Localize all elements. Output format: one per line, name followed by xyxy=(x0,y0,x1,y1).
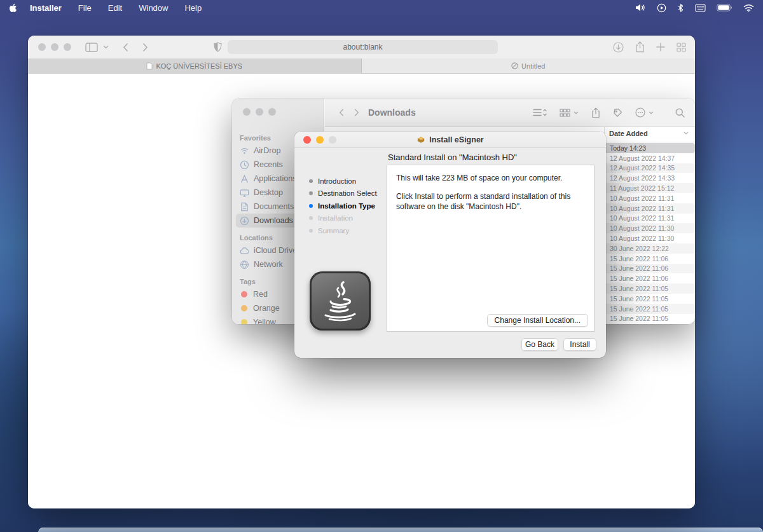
sort-direction-chevron-icon[interactable] xyxy=(684,132,689,135)
step-bullet-icon xyxy=(309,229,313,233)
tab-koc-universitesi-ebys[interactable]: KOÇ ÜNİVERSİTESİ EBYS xyxy=(28,58,362,73)
share-icon[interactable] xyxy=(635,41,645,53)
sidebar-chevron-icon[interactable] xyxy=(103,45,109,49)
finder-zoom-button[interactable] xyxy=(268,108,276,116)
menu-bar: Installer File Edit Window Help xyxy=(0,0,763,15)
install-heading: Standard Install on "Macintosh HD" xyxy=(388,153,517,162)
finder-row[interactable]: 12 August 2022 14:33 xyxy=(605,173,695,183)
finder-row[interactable]: 10 August 2022 11:31 xyxy=(605,214,695,224)
tag-color-dot xyxy=(241,305,247,311)
documents-icon xyxy=(240,202,249,212)
step-bullet-icon xyxy=(309,204,313,208)
finder-row[interactable]: 15 June 2022 11:06 xyxy=(605,264,695,274)
forward-button-icon[interactable] xyxy=(142,43,148,52)
sidebar-item-label: Recents xyxy=(254,160,283,169)
installer-steps: IntroductionDestination SelectInstallati… xyxy=(309,175,377,237)
battery-icon[interactable] xyxy=(717,4,732,11)
finder-row[interactable]: 15 June 2022 11:06 xyxy=(605,273,695,283)
downloads-icon[interactable] xyxy=(613,42,624,53)
app-menu-installer[interactable]: Installer xyxy=(30,3,62,13)
more-actions-icon[interactable] xyxy=(635,107,654,118)
sidebar-item-label: Applications xyxy=(254,174,296,183)
installer-window: Install eSigner Standard Install on "Mac… xyxy=(294,132,606,358)
step-label: Summary xyxy=(318,227,349,235)
safari-minimize-button[interactable] xyxy=(51,43,58,51)
finder-search-icon[interactable] xyxy=(675,108,685,118)
now-playing-icon[interactable] xyxy=(657,3,666,13)
installer-step-installation-type: Installation Type xyxy=(309,200,377,212)
tag-color-dot xyxy=(241,319,247,324)
step-label: Installation xyxy=(318,214,353,222)
back-button-icon[interactable] xyxy=(123,43,128,52)
finder-row[interactable]: 15 June 2022 11:06 xyxy=(605,254,695,264)
installer-step-introduction: Introduction xyxy=(309,175,377,188)
address-bar[interactable]: about:blank xyxy=(228,40,498,54)
menu-window[interactable]: Window xyxy=(139,3,168,13)
install-button[interactable]: Install xyxy=(563,338,596,351)
sidebar-item-label: Yellow xyxy=(253,318,276,324)
finder-row[interactable]: 15 June 2022 11:05 xyxy=(605,294,695,304)
date-added-rows: Today 14:2312 August 2022 14:3712 August… xyxy=(605,143,695,324)
recents-icon xyxy=(240,160,249,170)
step-bullet-icon xyxy=(309,191,313,195)
airdrop-icon xyxy=(240,146,249,156)
finder-back-icon[interactable] xyxy=(339,108,344,117)
list-view-sort-icon[interactable] xyxy=(533,108,547,117)
installer-step-destination-select: Destination Select xyxy=(309,188,377,200)
tag-icon[interactable] xyxy=(613,108,622,118)
finder-row[interactable]: 12 August 2022 14:37 xyxy=(605,153,695,163)
finder-row[interactable]: 10 August 2022 11:31 xyxy=(605,193,695,203)
bluetooth-icon[interactable] xyxy=(677,3,684,13)
new-tab-icon[interactable] xyxy=(656,43,665,51)
change-install-location-button[interactable]: Change Install Location... xyxy=(487,314,588,327)
desktop-icon xyxy=(240,188,249,198)
address-url: about:blank xyxy=(343,43,382,51)
menu-file[interactable]: File xyxy=(78,3,92,13)
sidebar-item-label: AirDrop xyxy=(254,146,280,155)
finder-forward-icon[interactable] xyxy=(354,108,359,117)
icloud-icon xyxy=(240,246,249,256)
finder-row[interactable]: Today 14:23 xyxy=(605,143,695,153)
menu-help[interactable]: Help xyxy=(184,3,202,13)
finder-row[interactable]: 15 June 2022 11:05 xyxy=(605,304,695,314)
group-by-icon[interactable] xyxy=(560,109,579,117)
go-back-button[interactable]: Go Back xyxy=(521,338,558,351)
tab-overview-icon[interactable] xyxy=(677,43,686,52)
apple-menu-icon[interactable] xyxy=(9,3,17,13)
tab-favicon-document xyxy=(146,62,153,70)
finder-share-icon[interactable] xyxy=(591,107,600,118)
step-label: Introduction xyxy=(318,177,356,185)
safari-toolbar: about:blank xyxy=(28,36,695,58)
tab-untitled[interactable]: Untitled xyxy=(362,58,696,73)
finder-row[interactable]: 10 August 2022 11:30 xyxy=(605,233,695,243)
step-bullet-icon xyxy=(309,179,313,183)
finder-row[interactable]: 30 June 2022 12:22 xyxy=(605,243,695,254)
menu-edit[interactable]: Edit xyxy=(108,3,122,13)
wifi-icon[interactable] xyxy=(743,4,754,12)
finder-close-button[interactable] xyxy=(243,108,251,116)
sidebar-toggle-icon[interactable] xyxy=(85,43,98,52)
install-space-text: This will take 223 MB of space on your c… xyxy=(396,173,585,183)
sidebar-item-label: Red xyxy=(253,290,268,299)
finder-row[interactable]: 10 August 2022 11:31 xyxy=(605,203,695,214)
safari-close-button[interactable] xyxy=(38,43,46,51)
finder-row[interactable]: 15 June 2022 11:05 xyxy=(605,314,695,324)
installer-step-installation: Installation xyxy=(309,212,377,225)
tag-color-dot xyxy=(241,291,247,297)
volume-icon[interactable] xyxy=(635,3,646,12)
step-label: Destination Select xyxy=(318,189,377,197)
sidebar-item-label: Network xyxy=(254,260,283,269)
finder-row[interactable]: 10 August 2022 11:30 xyxy=(605,223,695,233)
install-instruction-text: Click Install to perform a standard inst… xyxy=(396,191,585,212)
sidebar-item-label: Orange xyxy=(253,304,280,313)
finder-row[interactable]: 15 June 2022 11:05 xyxy=(605,283,695,294)
background-window-edge[interactable] xyxy=(38,528,763,532)
java-app-icon xyxy=(310,271,371,331)
privacy-shield-icon[interactable] xyxy=(214,42,222,52)
column-header-date-added[interactable]: Date Added xyxy=(609,130,648,137)
finder-row[interactable]: 12 August 2022 14:35 xyxy=(605,163,695,174)
safari-zoom-button[interactable] xyxy=(64,43,71,51)
finder-row[interactable]: 11 August 2022 15:12 xyxy=(605,183,695,193)
input-source-icon[interactable] xyxy=(695,4,706,12)
finder-minimize-button[interactable] xyxy=(256,108,263,116)
